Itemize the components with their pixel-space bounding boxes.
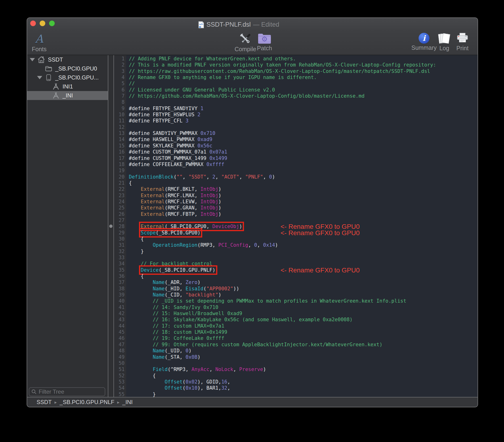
fonts-button[interactable]: A Fonts <box>27 33 52 53</box>
patch-label: Patch <box>257 45 272 52</box>
minimize-button[interactable] <box>40 20 45 26</box>
tree-item-ini1[interactable]: INI1 <box>27 82 108 91</box>
method-icon <box>52 82 60 91</box>
code-line[interactable]: Scope(_SB.PCI0.GPU0)<- Rename GFX0 to GP… <box>129 230 478 236</box>
tree-item--sb-pci0-gpu0[interactable]: _SB.PCI0.GPU0 <box>27 64 108 73</box>
disclosure-triangle[interactable] <box>30 55 35 64</box>
code-line[interactable]: #define CUSTOM_PWMMAX_07a1 0x07a1 <box>129 149 478 155</box>
code-line[interactable]: OperationRegion(RMP3, PCI_Config, 0, 0x1… <box>129 242 478 248</box>
code-line[interactable]: Device(_SB.PCI0.GPU.PNLF)<- Rename GFX0 … <box>129 267 478 273</box>
code-editor[interactable]: 1234567891011121314151617181920212223242… <box>114 55 478 397</box>
code-line[interactable]: // This is a modified PNLF version origi… <box>129 62 478 68</box>
disclosure-triangle[interactable] <box>37 73 42 82</box>
tree-item--sb-pci0-gpu-[interactable]: _SB.PCI0.GPU... <box>27 73 108 82</box>
compile-label: Compile <box>234 46 256 53</box>
print-label: Print <box>456 45 468 52</box>
code-line[interactable]: // Rename GFX0 to anything else if your … <box>129 74 478 80</box>
splitter-handle[interactable] <box>109 225 112 228</box>
code-line[interactable] <box>129 360 478 366</box>
print-button[interactable]: Print <box>452 33 472 52</box>
code-line[interactable]: Name(_HID, EisaId("APP0002")) <box>129 286 478 292</box>
line-number: 37 <box>114 279 126 285</box>
code-line[interactable]: External(_SB.PCI0.GPU0, DeviceObj)<- Ren… <box>129 223 478 230</box>
code-line[interactable]: #define FBTYPE_SANDYIVY 1 <box>129 106 478 112</box>
code-line[interactable] <box>129 124 478 130</box>
line-number: 11 <box>114 118 126 124</box>
code-line[interactable]: // <box>129 80 478 87</box>
titlebar[interactable]: SSDT-PNLF.dsl — Edited <box>27 18 478 31</box>
code-line[interactable]: #define FBTYPE_HSWPLUS 2 <box>129 112 478 118</box>
tree-item--ini[interactable]: _INI <box>27 91 108 100</box>
line-number: 51 <box>114 366 126 372</box>
code-line[interactable]: // _UID is set depending on PWMMax to ma… <box>129 298 478 304</box>
code-line[interactable]: // For backlight control <box>129 261 478 267</box>
code-line[interactable]: } <box>129 248 478 254</box>
code-line[interactable]: External(RMCF.FBTP, IntObj) <box>129 211 478 217</box>
line-number: 31 <box>114 242 126 248</box>
code-line[interactable] <box>129 99 478 105</box>
code-line[interactable]: External(RMCF.GRAN, IntObj) <box>129 205 478 211</box>
code-line[interactable]: { <box>129 373 478 379</box>
breadcrumb-item[interactable]: _INI <box>122 399 133 406</box>
code-line[interactable]: // Licensed under GNU General Public Lic… <box>129 87 478 93</box>
line-number: 3 <box>114 68 126 74</box>
search-icon <box>31 389 37 395</box>
filter-tree-input[interactable] <box>29 387 105 396</box>
ssdt-tree: SSDT_SB.PCI0.GPU0_SB.PCI0.GPU...INI1_INI <box>27 55 108 100</box>
maciasl-window: SSDT-PNLF.dsl — Edited A Fonts <box>27 18 478 407</box>
code-line[interactable]: // https://github.com/RehabMan/OS-X-Clov… <box>129 93 478 99</box>
code-line[interactable]: Offset(0x10), BAR1,32, <box>129 385 478 391</box>
code-line[interactable]: #define SANDYIVY_PWMMAX 0x710 <box>129 130 478 136</box>
code-line[interactable] <box>129 254 478 261</box>
summary-button[interactable]: i Summary <box>411 33 437 51</box>
breadcrumb-item[interactable]: SSDT <box>36 399 52 406</box>
code-line[interactable]: // 99: Other (requires custom AppleBackl… <box>129 341 478 348</box>
code-line[interactable]: { <box>129 236 478 242</box>
code-line[interactable] <box>129 167 478 174</box>
code-line[interactable]: Offset(0x02), GDID,16, <box>129 379 478 385</box>
line-number: 53 <box>114 379 126 385</box>
code-line[interactable]: External(RMCF.LEVW, IntObj) <box>129 199 478 205</box>
zoom-button[interactable] <box>49 20 55 26</box>
pane-splitter[interactable] <box>108 55 114 397</box>
rename-highlight-box: External(_SB.PCI0.GPU0, DeviceObj) <box>141 224 242 229</box>
close-button[interactable] <box>30 20 36 26</box>
code-line[interactable]: #define CUSTOM_PWMMAX_1499 0x1499 <box>129 155 478 161</box>
code-line[interactable]: } <box>129 391 478 397</box>
code-line[interactable]: Name(_UID, 0) <box>129 348 478 354</box>
code-line[interactable]: // 19: CoffeeLake 0xffff <box>129 335 478 341</box>
code-line[interactable]: #define HASWELL_PWMMAX 0xad9 <box>129 136 478 142</box>
code-lines[interactable]: // Adding PNLF device for WhateverGreen.… <box>126 55 478 397</box>
breadcrumb-item[interactable]: _SB.PCI0.GPU.PNLF <box>60 399 114 406</box>
code-line[interactable]: // 15: Haswell/Broadwell 0xad9 <box>129 310 478 317</box>
code-line[interactable]: Name(_CID, "backlight") <box>129 292 478 298</box>
code-line[interactable]: // 17: custom LMAX=0x7a1 <box>129 323 478 329</box>
line-number: 49 <box>114 354 126 360</box>
code-line[interactable]: #define COFFEELAKE_PWMMAX 0xffff <box>129 161 478 167</box>
rename-highlight-box: Device(_SB.PCI0.GPU.PNLF) <box>141 267 216 273</box>
rename-annotation: <- Rename GFX0 to GPU0 <box>281 267 360 273</box>
code-line[interactable]: { <box>129 273 478 279</box>
code-line[interactable]: Name(_STA, 0x0B) <box>129 354 478 360</box>
line-number: 6 <box>114 87 126 93</box>
tree-item-ssdt[interactable]: SSDT <box>27 55 108 64</box>
code-line[interactable]: // 16: Skylake/KabyLake 0x56c (and some … <box>129 317 478 323</box>
code-line[interactable]: // Adding PNLF device for WhateverGreen.… <box>129 56 478 62</box>
log-button[interactable]: Log <box>436 33 452 52</box>
line-number: 29 <box>114 230 126 236</box>
code-line[interactable]: // 18: custom LMAX=0x1499 <box>129 329 478 335</box>
code-line[interactable]: DefinitionBlock("", "SSDT", 2, "ACDT", "… <box>129 174 478 180</box>
line-number: 8 <box>114 99 126 105</box>
code-line[interactable]: // https://raw.githubusercontent.com/Reh… <box>129 68 478 74</box>
code-line[interactable]: Name(_ADR, Zero) <box>129 279 478 285</box>
code-line[interactable]: // 14: Sandy/Ivy 0x710 <box>129 304 478 310</box>
filter-tree-field[interactable] <box>29 387 105 396</box>
code-line[interactable]: #define SKYLAKE_PWMMAX 0x56c <box>129 143 478 149</box>
patch-button[interactable]: ⚙ Patch <box>254 33 275 52</box>
code-line[interactable]: External(RMCF.LMAX, IntObj) <box>129 193 478 199</box>
code-line[interactable] <box>129 217 478 223</box>
code-line[interactable]: #define FBTYPE_CFL 3 <box>129 118 478 124</box>
code-line[interactable]: Field(^RMP3, AnyAcc, NoLock, Preserve) <box>129 366 478 372</box>
code-line[interactable]: External(RMCF.BKLT, IntObj) <box>129 186 478 192</box>
code-line[interactable]: { <box>129 180 478 186</box>
